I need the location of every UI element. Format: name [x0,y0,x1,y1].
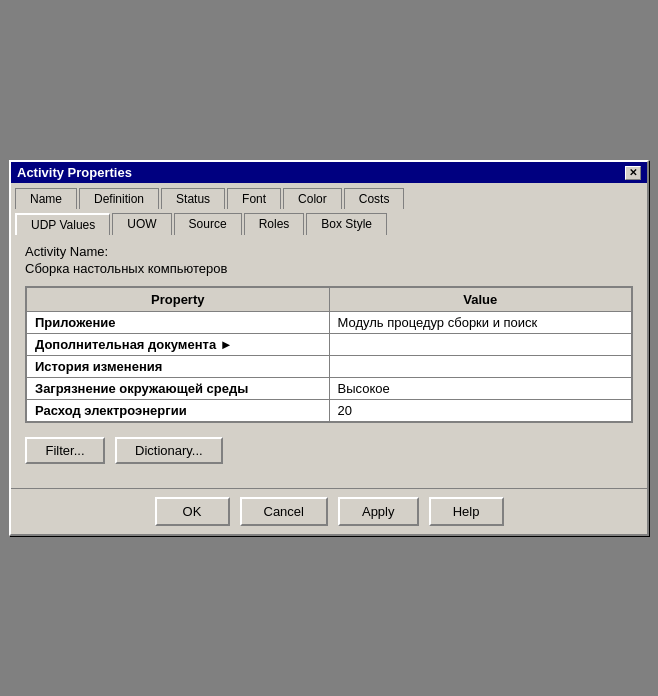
property-value-cell[interactable] [329,356,632,378]
property-name-cell: Загрязнение окружающей среды [27,378,330,400]
tab-name[interactable]: Name [15,188,77,209]
property-table-container: Property Value ПриложениеМодуль процедур… [25,286,633,423]
window-title: Activity Properties [17,165,132,180]
cancel-button[interactable]: Cancel [240,497,328,526]
ok-button[interactable]: OK [155,497,230,526]
table-row[interactable]: Загрязнение окружающей средыВысокое [27,378,632,400]
tab-definition[interactable]: Definition [79,188,159,209]
tab-roles[interactable]: Roles [244,213,305,235]
tabs-row1: Name Definition Status Font Color Costs [11,183,647,208]
tab-costs[interactable]: Costs [344,188,405,209]
tab-box-style[interactable]: Box Style [306,213,387,235]
tab-uow[interactable]: UOW [112,213,171,235]
property-value-cell[interactable]: Высокое [329,378,632,400]
apply-button[interactable]: Apply [338,497,419,526]
table-row[interactable]: Расход электроэнергии20 [27,400,632,422]
footer-bar: OK Cancel Apply Help [11,488,647,534]
table-row[interactable]: ПриложениеМодуль процедур сборки и поиск [27,312,632,334]
tabs-row2: UDP Values UOW Source Roles Box Style [11,208,647,234]
activity-label: Activity Name: [25,244,633,259]
table-row[interactable]: История изменения [27,356,632,378]
tab-udp-values[interactable]: UDP Values [15,213,110,235]
content-area: Activity Name: Сборка настольных компьют… [11,234,647,488]
filter-button[interactable]: Filter... [25,437,105,464]
tab-source[interactable]: Source [174,213,242,235]
property-name-cell: Приложение [27,312,330,334]
activity-properties-window: Activity Properties ✕ Name Definition St… [9,160,649,536]
col-header-property: Property [27,288,330,312]
property-table: Property Value ПриложениеМодуль процедур… [26,287,632,422]
title-bar: Activity Properties ✕ [11,162,647,183]
property-name-cell: Расход электроэнергии [27,400,330,422]
table-row[interactable]: Дополнительная документа ► [27,334,632,356]
col-header-value: Value [329,288,632,312]
bottom-buttons: Filter... Dictionary... [25,433,633,468]
title-bar-buttons: ✕ [625,166,641,180]
tab-status[interactable]: Status [161,188,225,209]
property-value-cell[interactable]: 20 [329,400,632,422]
tab-font[interactable]: Font [227,188,281,209]
property-name-cell: Дополнительная документа ► [27,334,330,356]
tab-color[interactable]: Color [283,188,342,209]
close-button[interactable]: ✕ [625,166,641,180]
property-value-cell[interactable]: Модуль процедур сборки и поиск [329,312,632,334]
property-name-cell: История изменения [27,356,330,378]
activity-name-value: Сборка настольных компьютеров [25,261,633,276]
help-button[interactable]: Help [429,497,504,526]
dictionary-button[interactable]: Dictionary... [115,437,223,464]
property-value-cell[interactable] [329,334,632,356]
